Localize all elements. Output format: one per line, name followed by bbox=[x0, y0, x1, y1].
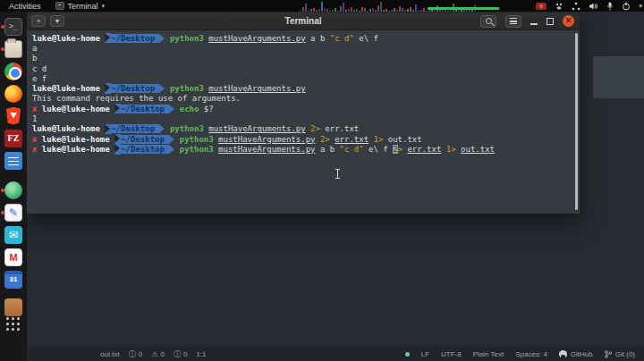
terminal-text: a b bbox=[306, 34, 330, 43]
close-button[interactable]: ✕ bbox=[563, 15, 574, 27]
search-button[interactable] bbox=[480, 15, 496, 28]
other-count: 0 bbox=[183, 350, 187, 358]
maximize-button[interactable] bbox=[547, 18, 554, 25]
info-count: 0 bbox=[139, 350, 142, 358]
hamburger-icon bbox=[510, 18, 517, 24]
terminal-output-line: a bbox=[32, 43, 572, 53]
show-applications-button[interactable] bbox=[0, 313, 27, 335]
dock-item-filezilla[interactable]: FZ bbox=[0, 127, 27, 149]
terminal-text: out.txt bbox=[461, 145, 495, 154]
prompt-path: ~/Desktop bbox=[111, 124, 159, 133]
dock-item-files[interactable] bbox=[0, 38, 27, 60]
dock-item-mail[interactable]: ✉ bbox=[0, 223, 27, 246]
error-mark: ✘ bbox=[32, 105, 42, 113]
terminal-text: python3 bbox=[170, 124, 204, 133]
sync-status-dot bbox=[405, 352, 410, 357]
diagnostics-info[interactable]: ⓘ 0 bbox=[129, 349, 142, 359]
prompt-user: luke@luke-home bbox=[42, 135, 110, 144]
github-button[interactable]: GitHub bbox=[559, 350, 593, 358]
terminal-mini-icon bbox=[55, 2, 64, 10]
files-folder-icon bbox=[4, 40, 22, 58]
new-tab-button[interactable] bbox=[31, 15, 46, 27]
minimize-button[interactable] bbox=[530, 23, 538, 25]
menu-button[interactable] bbox=[505, 15, 521, 28]
terminal-scrollbar[interactable] bbox=[575, 33, 578, 210]
dock-item-green-app[interactable] bbox=[0, 179, 27, 201]
warning-icon: ⚠ bbox=[151, 350, 157, 358]
terminal-text: 2> bbox=[320, 135, 330, 144]
dock-item-notes[interactable]: ✎ bbox=[0, 201, 27, 223]
firefox-icon bbox=[4, 85, 22, 103]
power-icon[interactable] bbox=[622, 2, 631, 11]
dock-item-terminal[interactable]: >_ bbox=[0, 15, 27, 38]
grammar-indicator[interactable]: Plain Text bbox=[473, 350, 504, 358]
diagnostics-other[interactable]: ⓘ 0 bbox=[174, 349, 187, 359]
terminal-prompt-line: luke@luke-home ~/Desktop python3 mustHav… bbox=[32, 124, 572, 134]
info-icon: ⓘ bbox=[174, 349, 181, 359]
brave-icon bbox=[5, 107, 21, 125]
terminal-text: c d bbox=[32, 64, 47, 73]
screen-recording-icon[interactable] bbox=[536, 3, 547, 10]
terminal-text: a bbox=[32, 44, 37, 53]
terminal-text: python3 bbox=[180, 135, 214, 144]
dock-item-chrome[interactable] bbox=[0, 60, 27, 82]
tab-dropdown-button[interactable]: ▾ bbox=[50, 15, 64, 27]
encoding-indicator[interactable]: UTF-8 bbox=[441, 350, 462, 358]
prompt-path: ~/Desktop bbox=[121, 135, 169, 144]
calendar-icon: 31 bbox=[4, 271, 22, 289]
git-label: Git (0) bbox=[615, 350, 635, 358]
activities-button[interactable]: Activities bbox=[0, 0, 50, 12]
green-app-icon bbox=[4, 181, 22, 199]
status-filename[interactable]: out.txt bbox=[100, 350, 120, 358]
dock-item-firefox[interactable] bbox=[0, 82, 27, 105]
mail-envelope-icon: ✉ bbox=[4, 226, 22, 244]
terminal-output-line: This command requires the use of argumen… bbox=[32, 94, 572, 104]
dock-item-docs[interactable] bbox=[0, 149, 27, 172]
diagnostics-warning[interactable]: ⚠ 0 bbox=[151, 350, 165, 358]
prompt-user: luke@luke-home bbox=[42, 105, 110, 113]
dock-item-gmail[interactable]: M bbox=[0, 246, 27, 268]
git-branch-icon bbox=[605, 350, 612, 358]
terminal-prompt-line: ✘ luke@luke-home ~/Desktop python3 mustH… bbox=[32, 144, 572, 154]
terminal-text: mustHaveArguments.py bbox=[208, 124, 305, 133]
indent-indicator[interactable]: Spaces: 4 bbox=[515, 350, 547, 358]
terminal-text: python3 bbox=[170, 34, 204, 43]
focused-app-menu[interactable]: Terminal ▾ bbox=[50, 0, 111, 12]
terminal-text: err.txt bbox=[320, 124, 359, 133]
terminal-text: "c d" bbox=[340, 145, 364, 154]
apps-grid-icon bbox=[6, 317, 21, 332]
terminal-text: e\ f bbox=[354, 34, 378, 43]
git-button[interactable]: Git (0) bbox=[605, 350, 635, 358]
volume-icon[interactable] bbox=[589, 2, 598, 11]
running-indicator bbox=[1, 25, 4, 29]
terminal-text: 2> bbox=[310, 124, 320, 133]
powerline-separator bbox=[114, 134, 121, 144]
terminal-text: $? bbox=[199, 105, 213, 113]
terminal-text: 1> bbox=[446, 145, 456, 154]
terminal-output-line: b bbox=[32, 54, 572, 63]
terminal-prompt-line: ✘ luke@luke-home ~/Desktop python3 mustH… bbox=[32, 134, 572, 144]
dock-item-software[interactable] bbox=[0, 290, 27, 313]
share-icon[interactable] bbox=[572, 2, 580, 11]
terminal-prompt-line: luke@luke-home ~/Desktop python3 mustHav… bbox=[32, 83, 572, 93]
microphone-icon[interactable] bbox=[606, 2, 614, 11]
dock-item-brave[interactable] bbox=[0, 105, 27, 127]
terminal-titlebar[interactable]: Terminal ▾ ✕ bbox=[27, 13, 580, 30]
dock: >_ FZ ✎ ✉ M bbox=[0, 12, 27, 361]
terminal-text: e\ f bbox=[364, 145, 394, 154]
prompt-path: ~/Desktop bbox=[111, 84, 159, 93]
prompt-user: luke@luke-home bbox=[42, 145, 110, 154]
search-icon bbox=[486, 18, 492, 24]
powerline-separator bbox=[105, 33, 111, 43]
cursor-position[interactable]: 1:1 bbox=[196, 350, 206, 358]
line-ending-indicator[interactable]: LF bbox=[421, 350, 429, 358]
screenshot-tool-icon[interactable] bbox=[555, 2, 564, 11]
terminal-text: python3 bbox=[170, 84, 204, 93]
dock-item-calendar[interactable]: 31 bbox=[0, 268, 27, 290]
tray-chevron-down-icon[interactable]: ▾ bbox=[639, 3, 642, 10]
powerline-separator bbox=[105, 83, 111, 93]
terminal-content[interactable]: luke@luke-home ~/Desktop python3 mustHav… bbox=[27, 30, 580, 214]
notes-pencil-icon: ✎ bbox=[4, 204, 22, 222]
gnome-top-bar: Activities Terminal ▾ bbox=[0, 0, 644, 12]
terminal-text: b bbox=[32, 54, 37, 63]
